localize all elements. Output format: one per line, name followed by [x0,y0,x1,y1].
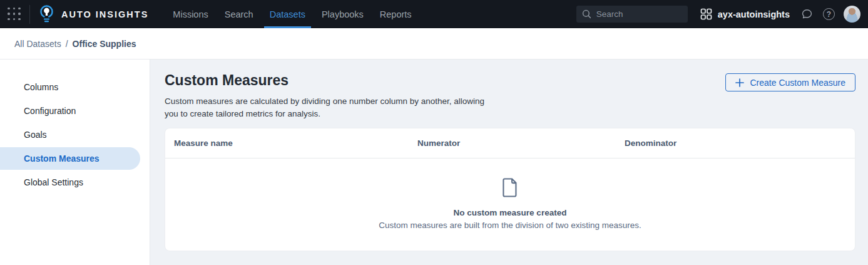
dataset-settings-sidebar: Columns Configuration Goals Custom Measu… [0,60,150,265]
user-avatar[interactable] [844,6,860,23]
page-description: Custom measures are calculated by dividi… [165,95,494,120]
sidebar-item-goals[interactable]: Goals [0,123,140,146]
create-custom-measure-button[interactable]: Create Custom Measure [725,73,855,91]
breadcrumb-all-datasets[interactable]: All Datasets [14,39,61,49]
document-icon [501,177,519,198]
sidebar-item-custom-measures[interactable]: Custom Measures [0,147,140,170]
brand-name: AUTO INSIGHTS [61,9,148,19]
empty-state-subtitle: Custom measures are built from the divis… [165,221,855,230]
plus-icon [735,78,744,87]
brand-logo[interactable]: AUTO INSIGHTS [39,4,148,24]
empty-state-title: No custom measure created [165,208,855,217]
table-header-row: Measure name Numerator Denominator [165,128,855,158]
sidebar-item-columns[interactable]: Columns [0,76,140,98]
topbar-divider [29,5,30,24]
title-block: Custom Measures Custom measures are calc… [165,72,494,120]
app-window: AUTO INSIGHTS Missions Search Datasets P… [0,0,868,265]
chat-icon[interactable] [800,8,814,21]
workspace-switcher[interactable]: ayx-autoinsights [700,8,790,20]
breadcrumb-separator: / [66,39,68,49]
custom-measures-table-card: Measure name Numerator Denominator No cu… [165,128,855,251]
search-input[interactable] [596,9,682,19]
column-header-measure-name: Measure name [174,138,417,148]
topbar-right-section: ayx-autoinsights ? [576,6,868,23]
nav-item-missions[interactable]: Missions [167,0,213,28]
create-button-label: Create Custom Measure [750,78,845,88]
main-content: Custom Measures Custom measures are calc… [150,60,868,265]
breadcrumb-current-dataset: Office Supplies [73,39,136,49]
lightbulb-logo-icon [39,4,54,24]
workspace-grid-icon [700,8,712,20]
workspace-name: ayx-autoinsights [718,9,790,19]
column-header-numerator: Numerator [417,138,625,148]
nav-item-playbooks[interactable]: Playbooks [316,0,369,28]
help-icon[interactable]: ? [823,8,835,20]
nav-item-datasets[interactable]: Datasets [264,0,311,28]
breadcrumb: All Datasets / Office Supplies [0,28,868,60]
search-icon [582,9,591,19]
column-header-denominator: Denominator [625,138,846,148]
page-body: Columns Configuration Goals Custom Measu… [0,60,868,265]
empty-state: No custom measure created Custom measure… [165,158,855,230]
app-grid-icon[interactable] [8,8,21,21]
page-title: Custom Measures [165,72,494,89]
top-navigation-bar: AUTO INSIGHTS Missions Search Datasets P… [0,0,868,28]
primary-nav: Missions Search Datasets Playbooks Repor… [165,0,419,28]
content-header: Custom Measures Custom measures are calc… [165,72,855,120]
nav-item-search[interactable]: Search [219,0,259,28]
sidebar-item-global-settings[interactable]: Global Settings [0,171,140,194]
global-search-box[interactable] [576,6,688,23]
sidebar-item-configuration[interactable]: Configuration [0,100,140,122]
nav-item-reports[interactable]: Reports [374,0,417,28]
